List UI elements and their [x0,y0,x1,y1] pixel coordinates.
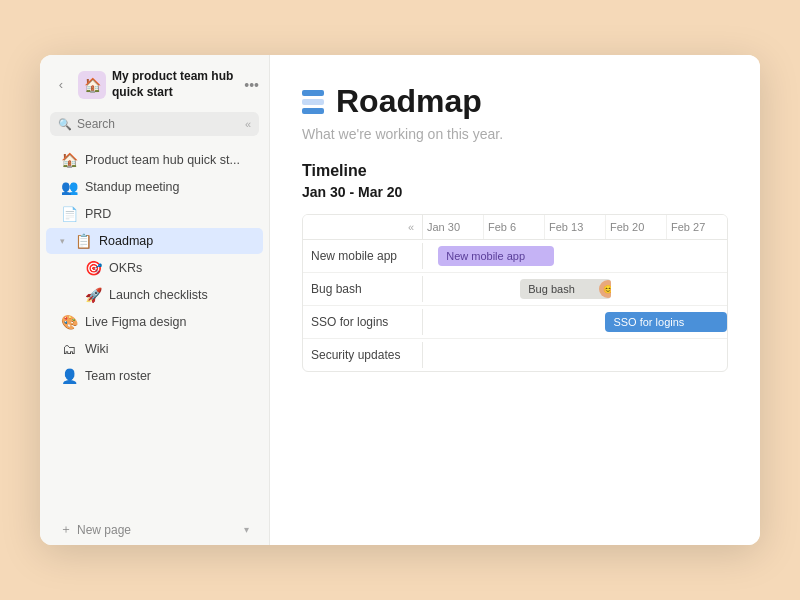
timeline-dates-row: Jan 30 Feb 6 Feb 13 Feb 20 Feb 27 [423,215,727,239]
sidebar-item-okrs-label: OKRs [109,261,142,275]
sidebar-item-hub-label: Product team hub quick st... [85,153,240,167]
sidebar-item-standup[interactable]: 👥 Standup meeting [46,174,263,200]
launch-icon: 🚀 [84,287,102,303]
icon-bar-1 [302,90,324,96]
gantt-bar-bug-bash-label: Bug bash [528,283,574,295]
row-label-mobile-app: New mobile app [303,243,423,269]
add-icon: ＋ [60,521,72,538]
page-subtitle: What we're working on this year. [302,126,728,142]
new-page-button[interactable]: ＋ New page ▾ [46,515,263,544]
main-content: Roadmap What we're working on this year.… [270,55,760,545]
timeline-table: « Jan 30 Feb 6 Feb 13 Feb 20 Feb 27 New … [302,214,728,372]
roadmap-page-icon [302,90,324,114]
gantt-bar-sso[interactable]: SSO for logins [605,312,727,332]
avatar-bug-bash: 😊 [599,280,611,298]
row-label-security: Security updates [303,342,423,368]
row-label-bug-bash: Bug bash [303,276,423,302]
date-feb27: Feb 27 [667,215,727,239]
sidebar-item-team[interactable]: 👤 Team roster [46,363,263,389]
page-title: Roadmap [336,83,482,120]
timeline-row-sso: SSO for logins SSO for logins [303,306,727,339]
row-bars-bug-bash: Bug bash 😊 [423,273,727,305]
more-options-button[interactable]: ••• [244,77,259,93]
date-feb13: Feb 13 [545,215,606,239]
sidebar-item-roadmap[interactable]: ▾ 📋 Roadmap [46,228,263,254]
row-bars-sso: SSO for logins [423,306,727,338]
row-label-sso: SSO for logins [303,309,423,335]
main-content-area: Roadmap What we're working on this year.… [270,55,760,545]
sidebar-item-team-label: Team roster [85,369,151,383]
wiki-icon: 🗂 [60,341,78,357]
page-title-row: Roadmap [302,83,728,120]
gantt-bar-mobile-app[interactable]: New mobile app [438,246,554,266]
nav-items: 🏠 Product team hub quick st... 👥 Standup… [40,144,269,514]
collapse-sidebar-button[interactable]: « [245,118,251,130]
expand-arrow-icon[interactable]: ▾ [60,236,65,246]
sidebar-item-okrs[interactable]: 🎯 OKRs [46,255,263,281]
app-window: ‹ 🏠 My product team hub quick start ••• … [40,55,760,545]
sidebar-item-prd-label: PRD [85,207,111,221]
icon-bar-2 [302,99,324,105]
new-page-chevron: ▾ [244,524,249,535]
timeline-row-security: Security updates [303,339,727,371]
standup-icon: 👥 [60,179,78,195]
date-feb20: Feb 20 [606,215,667,239]
search-input[interactable] [77,117,240,131]
timeline-row-bug-bash: Bug bash Bug bash 😊 [303,273,727,306]
workspace-icon: 🏠 [78,71,106,99]
workspace-title: My product team hub quick start [112,69,238,100]
date-range: Jan 30 - Mar 20 [302,184,728,200]
sidebar-item-wiki-label: Wiki [85,342,109,356]
sidebar-item-launch-label: Launch checklists [109,288,208,302]
sidebar-item-figma[interactable]: 🎨 Live Figma design [46,309,263,335]
timeline-label-col-header: « [303,215,423,239]
roadmap-nav-icon: 📋 [74,233,92,249]
sidebar-header: ‹ 🏠 My product team hub quick start ••• [40,55,269,110]
sidebar-item-roadmap-label: Roadmap [99,234,153,248]
search-bar[interactable]: 🔍 « [50,112,259,136]
timeline-header: « Jan 30 Feb 6 Feb 13 Feb 20 Feb 27 [303,215,727,240]
sidebar-item-figma-label: Live Figma design [85,315,186,329]
okrs-icon: 🎯 [84,260,102,276]
sidebar-item-prd[interactable]: 📄 PRD [46,201,263,227]
sidebar-item-hub[interactable]: 🏠 Product team hub quick st... [46,147,263,173]
back-button[interactable]: ‹ [50,74,72,96]
sidebar: ‹ 🏠 My product team hub quick start ••• … [40,55,270,545]
sidebar-item-launch[interactable]: 🚀 Launch checklists [46,282,263,308]
sidebar-item-standup-label: Standup meeting [85,180,180,194]
row-bars-security [423,339,727,371]
date-jan30: Jan 30 [423,215,484,239]
sidebar-item-wiki[interactable]: 🗂 Wiki [46,336,263,362]
figma-icon: 🎨 [60,314,78,330]
new-page-label: New page [77,523,131,537]
icon-bar-3 [302,108,324,114]
section-timeline-label: Timeline [302,162,728,180]
hub-icon: 🏠 [60,152,78,168]
gantt-bar-bug-bash[interactable]: Bug bash 😊 [520,279,611,299]
timeline-collapse-button[interactable]: « [408,221,414,233]
search-icon: 🔍 [58,118,72,131]
date-feb6: Feb 6 [484,215,545,239]
team-icon: 👤 [60,368,78,384]
timeline-row-mobile-app: New mobile app New mobile app [303,240,727,273]
prd-icon: 📄 [60,206,78,222]
row-bars-mobile-app: New mobile app [423,240,727,272]
